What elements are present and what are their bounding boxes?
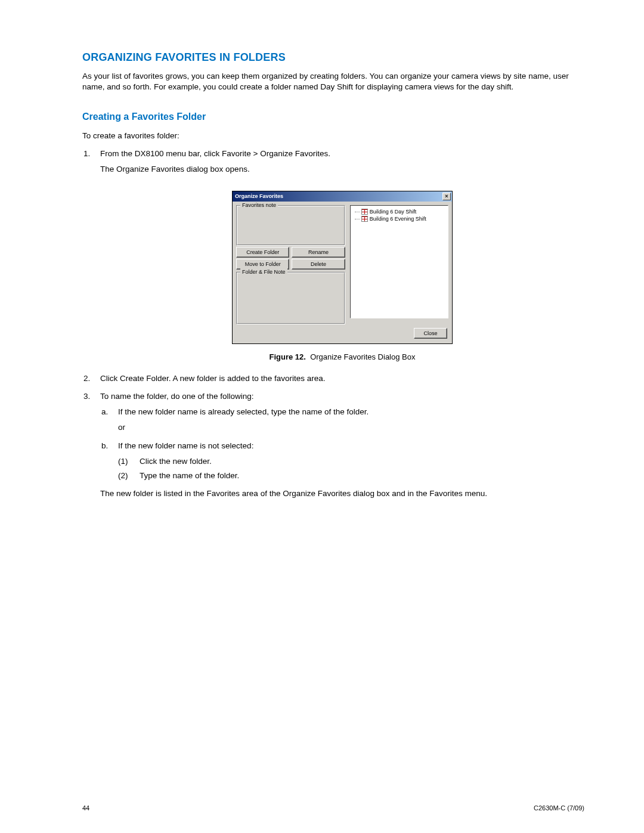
organize-favorites-dialog: Organize Favorites × Favorites note Crea… bbox=[232, 191, 453, 344]
folder-file-note-label: Folder & File Note bbox=[240, 268, 287, 277]
step-3b-text: If the new folder name is not selected: bbox=[118, 441, 253, 450]
delete-button[interactable]: Delete bbox=[292, 259, 345, 270]
folder-file-note-group: Folder & File Note bbox=[236, 272, 345, 324]
step-3-final: The new folder is listed in the Favorite… bbox=[100, 488, 584, 500]
tree-item-label: Building 6 Evening Shift bbox=[370, 215, 426, 222]
step-3a: a. If the new folder name is already sel… bbox=[118, 406, 584, 434]
close-button[interactable]: Close bbox=[414, 328, 447, 339]
step-2: 2. Click Create Folder. A new folder is … bbox=[100, 373, 584, 385]
figure-caption: Figure 12. Organize Favorites Dialog Box bbox=[100, 351, 584, 363]
step-3a-text: If the new folder name is already select… bbox=[118, 407, 369, 416]
dialog-titlebar[interactable]: Organize Favorites × bbox=[233, 191, 452, 202]
dialog-title: Organize Favorites bbox=[235, 193, 283, 201]
step-2-text: Click Create Folder. A new folder is add… bbox=[100, 374, 325, 383]
rename-button[interactable]: Rename bbox=[292, 247, 345, 258]
figure-caption-text: Organize Favorites Dialog Box bbox=[310, 352, 415, 361]
favorites-note-group: Favorites note bbox=[236, 205, 345, 246]
step-1-text: From the DX8100 menu bar, click Favorite… bbox=[100, 149, 330, 158]
step-1: 1. From the DX8100 menu bar, click Favor… bbox=[100, 148, 584, 363]
grid-icon bbox=[361, 209, 368, 215]
tree-item[interactable]: Building 6 Evening Shift bbox=[353, 215, 445, 222]
lead-text: To create a favorites folder: bbox=[82, 131, 584, 141]
doc-id: C2630M-C (7/09) bbox=[534, 804, 584, 812]
or-text: or bbox=[118, 422, 584, 433]
intro-paragraph: As your list of favorites grows, you can… bbox=[82, 71, 584, 92]
grid-icon bbox=[361, 216, 368, 222]
favorites-note-label: Favorites note bbox=[240, 202, 278, 210]
favorites-tree[interactable]: Building 6 Day Shift Building 6 Evening … bbox=[350, 205, 448, 318]
tree-item-label: Building 6 Day Shift bbox=[370, 208, 417, 215]
step-3: 3. To name the folder, do one of the fol… bbox=[100, 391, 584, 500]
step-3b-1-text: Click the new folder. bbox=[140, 457, 212, 466]
section-heading: ORGANIZING FAVORITES IN FOLDERS bbox=[82, 51, 584, 64]
close-icon[interactable]: × bbox=[442, 193, 451, 200]
step-3b-2-text: Type the name of the folder. bbox=[140, 471, 239, 480]
figure-label: Figure 12. bbox=[270, 352, 306, 361]
page-number: 44 bbox=[82, 804, 89, 812]
step-3b-2: (2) Type the name of the folder. bbox=[140, 470, 584, 482]
step-3b-1: (1) Click the new folder. bbox=[140, 456, 584, 467]
step-3b: b. If the new folder name is not selecte… bbox=[118, 440, 584, 482]
subsection-heading: Creating a Favorites Folder bbox=[82, 112, 584, 122]
create-folder-button[interactable]: Create Folder bbox=[236, 247, 289, 258]
tree-item[interactable]: Building 6 Day Shift bbox=[353, 208, 445, 215]
step-1-sub: The Organize Favorites dialog box opens. bbox=[100, 163, 584, 175]
step-3-text: To name the folder, do one of the follow… bbox=[100, 392, 253, 401]
